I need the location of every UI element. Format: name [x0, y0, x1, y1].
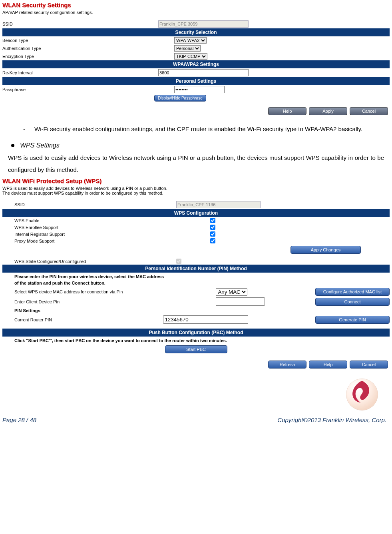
wps-desc1: WPS is used to easily add devices to Wir… [2, 186, 390, 191]
wps-state-label: WPS State Configured/Unconfigured [2, 259, 176, 264]
router-pin-label: Current Router PIN [2, 317, 163, 322]
pass-field[interactable] [174, 86, 225, 93]
rekey-field[interactable] [158, 69, 249, 76]
wps-registrar-checkbox[interactable] [210, 231, 215, 237]
pin-settings-label: PIN Settings [2, 307, 390, 315]
pin-instruction2: of the station and push the Connect butt… [2, 281, 390, 287]
generate-pin-button[interactable]: Generate PIN [315, 316, 390, 324]
pass-label: Passphrase [2, 87, 174, 92]
copyright-text: Copyright©2013 Franklin Wireless, Corp. [277, 416, 386, 423]
wps-ssid-label: SSID [2, 202, 176, 207]
round-bullet-icon [11, 144, 14, 147]
wps-enrollee-checkbox[interactable] [210, 225, 215, 230]
auth-label: Authentication Type [2, 46, 174, 51]
doc-paragraph: Wi-Fi security enabled configuration set… [34, 123, 384, 135]
ssid-field [158, 20, 249, 28]
apply-button[interactable]: Apply [309, 107, 347, 115]
section-bar-pbc: Push Button Configuration (PBC) Method [2, 329, 390, 337]
wps-enable-checkbox[interactable] [210, 218, 215, 223]
wps-help-button[interactable]: Help [309, 361, 347, 369]
apply-changes-button[interactable]: Apply Changes [291, 246, 361, 254]
section-desc: AP/VAP related security configuration se… [2, 10, 390, 15]
section-bar-wpsconf: WPS Configuration [2, 209, 390, 217]
wps-enable-label: WPS Enable [2, 218, 210, 223]
start-pbc-button[interactable]: Start PBC [165, 345, 227, 353]
wps-title: WLAN WiFi Protected Setup (WPS) [2, 177, 390, 184]
page-footer: Page 28 / 48 Copyright©2013 Franklin Wir… [0, 412, 392, 425]
rekey-label: Re-Key Interval [2, 70, 158, 75]
pin-instruction1: Please enter the PIN from your wireless … [2, 273, 390, 281]
router-pin-field [163, 315, 248, 324]
wps-desc2: The devices must support WPS capability … [2, 191, 390, 195]
wps-proxy-label: Proxy Mode Support [2, 239, 210, 243]
franklin-logo-icon [344, 377, 380, 412]
client-pin-label: Enter Client Device Pin [2, 299, 216, 304]
mac-select[interactable]: Any MAC [216, 288, 247, 296]
section-bar-wpa: WPA/WPA2 Settings [2, 60, 390, 68]
wlan-security-screenshot: WLAN Security Settings AP/VAP related se… [0, 0, 392, 119]
enc-select[interactable]: TKIP-CCMP [174, 53, 207, 60]
ssid-label: SSID [2, 22, 158, 26]
wps-state-checkbox [176, 259, 181, 264]
enc-label: Encryption Type [2, 54, 174, 59]
logo-container [0, 373, 392, 412]
beacon-select[interactable]: WPA-WPA2 [174, 37, 207, 44]
beacon-label: Beacon Type [2, 38, 174, 43]
wps-paragraph: WPS is used to easily add devices to Wir… [8, 152, 384, 176]
wps-registrar-label: Internal Registrar Support [2, 232, 210, 237]
refresh-button[interactable]: Refresh [268, 361, 306, 369]
section-bar-security: Security Selection [2, 28, 390, 36]
section-title: WLAN Security Settings [2, 2, 390, 8]
mac-label: Select WPS device MAC address for connec… [2, 289, 216, 294]
pbc-instruction: Click "Start PBC"', then start PBC on th… [2, 337, 390, 345]
wps-cancel-button[interactable]: Cancel [350, 361, 388, 369]
wps-enrollee-label: WPS Enrollee Support [2, 225, 210, 230]
section-bar-pin: Personal Identification Number (PIN) Met… [2, 265, 390, 273]
connect-button[interactable]: Connect [315, 298, 390, 306]
display-hide-button[interactable]: Display/Hide Passphrase [154, 95, 206, 102]
help-button[interactable]: Help [268, 107, 306, 115]
document-text: - Wi-Fi security enabled configuration s… [0, 119, 392, 176]
page-number: Page 28 / 48 [2, 416, 36, 423]
wps-ssid-field [176, 201, 261, 208]
configure-mac-button[interactable]: Configure Authorized MAC list [315, 288, 390, 296]
wps-heading: WPS Settings [20, 139, 60, 152]
wps-proxy-checkbox[interactable] [210, 238, 215, 243]
client-pin-field[interactable] [216, 297, 265, 306]
auth-select[interactable]: Personal [174, 45, 201, 52]
section-bar-personal: Personal Settings [2, 77, 390, 85]
cancel-button[interactable]: Cancel [350, 107, 388, 115]
wlan-wps-screenshot: WLAN WiFi Protected Setup (WPS) WPS is u… [0, 176, 392, 373]
dash-bullet: - [23, 123, 34, 135]
